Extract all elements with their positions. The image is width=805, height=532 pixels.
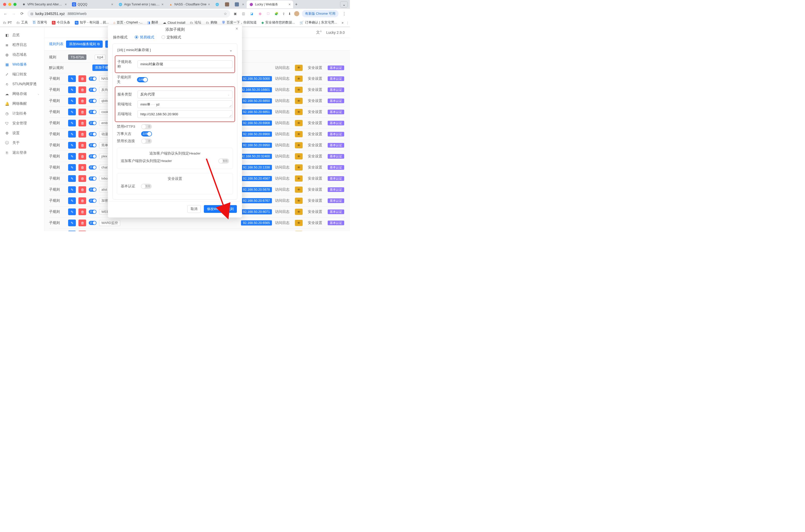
tab-title: QQQQ bbox=[78, 3, 110, 6]
bookmark-chiphell[interactable]: ⌂首页 - Chiphell -... bbox=[114, 20, 143, 25]
globe-icon: 🌐 bbox=[215, 2, 219, 6]
mode-label: 操作模式 bbox=[113, 35, 128, 40]
bookmark-folder-tools[interactable]: 工具 bbox=[17, 20, 28, 25]
tab-title: Lucky | Web服务 bbox=[255, 2, 287, 7]
extensions-row: ▣ ◫ ◪ ◍ ☐ 🧩 ⇪ ⬇ bbox=[233, 11, 299, 16]
tab-icons-group[interactable]: 🌐 × bbox=[213, 1, 247, 8]
globe-icon: 🌐 bbox=[118, 2, 122, 6]
radio-icon bbox=[161, 35, 165, 39]
submit-modify-button[interactable]: 修改Web服务规则 bbox=[204, 205, 237, 213]
service-type-select[interactable]: 反向代理 ⌄ bbox=[137, 91, 232, 98]
extension-icon[interactable]: ◍ bbox=[257, 11, 263, 16]
mode-simple-radio[interactable]: 简易模式 bbox=[135, 35, 154, 40]
qqqq-icon: Q bbox=[72, 2, 76, 6]
tab-title: NASS - Cloudflare One bbox=[174, 3, 206, 6]
chrome-update-button[interactable]: 有新版 Chrome 可用 bbox=[302, 10, 339, 17]
service-type-label: 服务类型 bbox=[117, 92, 135, 97]
chevron-down-icon: ⌄ bbox=[228, 93, 230, 96]
window-controls[interactable] bbox=[2, 3, 19, 6]
disable-longconn-label: 禁用长连接 bbox=[117, 139, 138, 144]
header-append-toggle[interactable]: 禁用 bbox=[218, 158, 229, 164]
bookmark-baijia[interactable]: 百百家号 bbox=[33, 20, 47, 25]
square-icon bbox=[225, 2, 229, 6]
sub-rule-switch-label: 子规则开关 bbox=[117, 75, 134, 84]
tab-qqqq[interactable]: Q QQQQ × bbox=[70, 1, 116, 8]
close-icon[interactable]: × bbox=[242, 2, 244, 6]
bookmark-folder-shopping[interactable]: 购物 bbox=[206, 20, 217, 25]
bookmark-translate[interactable]: ◨翻译 bbox=[147, 20, 158, 25]
profile-avatar[interactable] bbox=[294, 11, 299, 16]
extensions-menu-icon[interactable]: 🧩 bbox=[274, 11, 279, 16]
bookmark-folder-forum[interactable]: 论坛 bbox=[190, 20, 201, 25]
cancel-button[interactable]: 取消 bbox=[187, 205, 201, 213]
disable-http3-toggle[interactable]: 否 bbox=[141, 124, 152, 129]
header-card: 追加客户端协议头到指定Header 追加客户端协议头到指定Header 禁用 bbox=[117, 148, 233, 169]
extension-icon[interactable]: ◪ bbox=[249, 11, 254, 16]
frontend-address-input[interactable]: mini····· yz bbox=[137, 100, 232, 108]
basic-auth-toggle[interactable]: 禁用 bbox=[141, 184, 152, 189]
sub-rule-switch-toggle[interactable]: 启用 bbox=[137, 77, 148, 82]
dialog-title: 添加子规则 bbox=[166, 27, 185, 32]
tab-cloudflare[interactable]: ▲ NASS - Cloudflare One × bbox=[166, 1, 213, 8]
window-max-dot[interactable] bbox=[14, 3, 17, 6]
sub-rule-expander[interactable]: [16] [ minio对象存储 ] ⌄ bbox=[117, 47, 233, 55]
lucky-icon: 🟣 bbox=[249, 2, 253, 6]
bookmark-toutiao[interactable]: 头今日头条 bbox=[52, 20, 70, 25]
window-close-dot[interactable] bbox=[3, 3, 6, 6]
downloads-icon[interactable]: ⬇ bbox=[288, 12, 291, 16]
nav-forward-button[interactable]: → bbox=[11, 12, 17, 16]
star-icon[interactable]: ☆ bbox=[224, 12, 227, 16]
close-icon[interactable]: × bbox=[111, 2, 113, 6]
reload-button[interactable]: ⟳ bbox=[19, 11, 25, 16]
highlight-service-box: 服务类型 反向代理 ⌄ 前端地址 mini····· yz 后端地址 bbox=[115, 87, 235, 122]
cloudflare-icon: ▲ bbox=[169, 2, 173, 6]
close-icon[interactable]: × bbox=[288, 2, 290, 6]
bookmark-baidu[interactable]: 掌百度一下，你就知道 bbox=[222, 20, 257, 25]
nav-back-button[interactable]: ← bbox=[3, 12, 8, 16]
address-bar[interactable]: ⊟ lucky.1945251.xyz:8880/#/web ☆ bbox=[27, 10, 230, 18]
luck-label: 万事大吉 bbox=[117, 132, 138, 136]
highlight-name-box: 子规则名称 minio对象存储 bbox=[115, 55, 235, 73]
security-card: 安全设置 基本认证 禁用 bbox=[117, 173, 233, 194]
tab-overflow-button[interactable]: ⌄ bbox=[340, 1, 348, 7]
extension-icon[interactable]: ◫ bbox=[241, 11, 246, 16]
tab-title: VPN Security and Alternativ bbox=[27, 3, 63, 6]
chrome-menu-button[interactable]: ⋮ bbox=[341, 11, 347, 16]
header-card-title: 追加客户端协议头到指定Header bbox=[121, 151, 229, 156]
backend-address-label: 后端地址 bbox=[117, 112, 135, 116]
radio-selected-icon bbox=[135, 35, 138, 39]
bookmarks-overflow-icon[interactable]: » bbox=[342, 21, 343, 24]
bookmark-folder-pt[interactable]: PT bbox=[3, 21, 12, 24]
disable-longconn-toggle[interactable]: 否 bbox=[141, 138, 152, 144]
close-icon[interactable]: × bbox=[161, 2, 164, 6]
mode-custom-radio[interactable]: 定制模式 bbox=[161, 35, 181, 40]
site-info-icon[interactable]: ⊟ bbox=[31, 12, 33, 16]
tab-argo[interactable]: 🌐 Argo Tunnel error | nas.ydx × bbox=[116, 1, 166, 8]
bookmark-secure-store[interactable]: ◆安全储存您的数据... bbox=[261, 20, 295, 25]
security-card-title: 安全设置 bbox=[121, 176, 229, 181]
bookmark-zhihu[interactable]: 知知乎 - 有问题，就... bbox=[75, 20, 109, 25]
disable-http3-label: 禁用HTTP3 bbox=[117, 125, 138, 129]
url-path: :8880/#/web bbox=[67, 12, 87, 16]
extension-icon[interactable]: ☐ bbox=[266, 11, 271, 16]
chevron-down-icon: ⌄ bbox=[343, 3, 345, 6]
tab-strip: ✺ VPN Security and Alternativ × Q QQQQ ×… bbox=[0, 0, 350, 9]
tab-vpn[interactable]: ✺ VPN Security and Alternativ × bbox=[19, 1, 70, 8]
luck-toggle[interactable]: 启用 bbox=[141, 131, 152, 136]
new-tab-button[interactable]: + bbox=[293, 2, 299, 7]
frontend-address-label: 前端地址 bbox=[117, 102, 135, 107]
tab-lucky[interactable]: 🟣 Lucky | Web服务 × bbox=[247, 1, 293, 8]
bookmark-order[interactable]: 🛒订单确认 | 东京宅男... bbox=[300, 20, 337, 25]
url-host: lucky.1945251.xyz bbox=[35, 12, 65, 16]
window-min-dot[interactable] bbox=[8, 3, 11, 6]
square-icon bbox=[235, 2, 239, 6]
extension-icon[interactable]: ▣ bbox=[233, 11, 238, 16]
close-icon[interactable]: ✕ bbox=[235, 26, 238, 31]
sub-rule-name-input[interactable]: minio对象存储 bbox=[137, 60, 232, 68]
close-icon[interactable]: × bbox=[208, 2, 210, 6]
chevron-down-icon: ⌄ bbox=[229, 48, 232, 52]
bookmark-cloudinstall[interactable]: ☁Cloud Install bbox=[163, 21, 185, 24]
close-icon[interactable]: × bbox=[65, 2, 67, 6]
backend-address-input[interactable]: http://192.168.50.20:900 bbox=[137, 110, 232, 118]
share-icon[interactable]: ⇪ bbox=[282, 12, 285, 16]
